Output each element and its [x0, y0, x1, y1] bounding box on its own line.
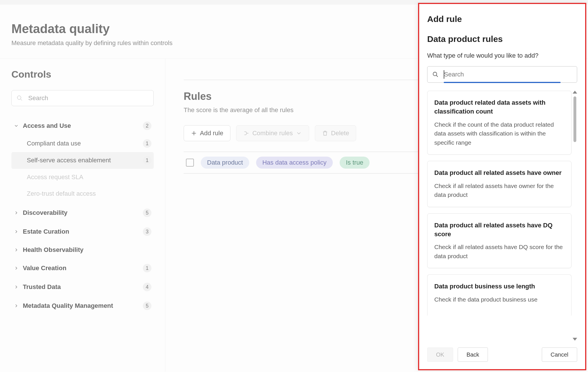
- search-icon: [17, 95, 23, 101]
- rule-option-title: Data product all related assets have DQ …: [434, 221, 564, 239]
- tree-group-header[interactable]: Metadata Quality Management 5: [11, 298, 154, 314]
- rule-option-card[interactable]: Data product all related assets have own…: [427, 161, 571, 207]
- controls-search-input[interactable]: [11, 90, 154, 106]
- tree-item-label: Self-serve access enablement: [27, 156, 143, 165]
- count-badge: 1: [143, 139, 151, 148]
- svg-point-4: [433, 72, 437, 76]
- count-badge: 4: [143, 283, 151, 291]
- tree-group-health-observability: Health Observability: [11, 242, 154, 258]
- tree-item-label: Zero-trust default access: [27, 189, 151, 198]
- panel-section-title: Data product rules: [427, 34, 577, 44]
- add-rule-button[interactable]: Add rule: [184, 125, 230, 141]
- rule-option-card[interactable]: Data product all related assets have DQ …: [427, 213, 571, 268]
- focus-underline: [444, 82, 561, 83]
- tree-group-label: Metadata Quality Management: [23, 302, 143, 310]
- rule-option-list[interactable]: Data product related data assets with cl…: [427, 91, 577, 341]
- add-rule-panel: Add rule Data product rules What type of…: [418, 3, 586, 370]
- tree-group-value-creation: Value Creation 1: [11, 260, 154, 276]
- svg-line-5: [436, 75, 438, 77]
- pill-result[interactable]: Is true: [340, 157, 370, 169]
- tree-item-access-request-sla[interactable]: Access request SLA: [11, 169, 154, 186]
- count-badge: 2: [143, 122, 151, 130]
- tree-group-metadata-quality-mgmt: Metadata Quality Management 5: [11, 298, 154, 314]
- combine-rules-button[interactable]: Combine rules: [236, 125, 309, 141]
- count-badge: 5: [143, 302, 151, 310]
- controls-search[interactable]: [11, 90, 154, 106]
- trash-icon: [322, 130, 328, 136]
- delete-button[interactable]: Delete: [315, 125, 356, 141]
- tree-item-zero-trust[interactable]: Zero-trust default access: [11, 185, 154, 202]
- controls-tree: Access and Use 2 Compliant data use 1 Se…: [11, 118, 154, 314]
- rule-option-desc: Check if all related assets have DQ scor…: [434, 242, 564, 260]
- pill-condition[interactable]: Has data access policy: [256, 157, 333, 169]
- cancel-button[interactable]: Cancel: [542, 347, 577, 362]
- rule-option-desc: Check if the count of the data product r…: [434, 120, 564, 147]
- rule-option-title: Data product related data assets with cl…: [434, 98, 564, 116]
- button-label: Combine rules: [252, 130, 293, 137]
- rule-option-title: Data product business use length: [434, 282, 564, 291]
- back-button[interactable]: Back: [458, 347, 488, 362]
- tree-group-header[interactable]: Access and Use 2: [11, 118, 154, 134]
- panel-list-wrap: Data product related data assets with cl…: [427, 91, 577, 341]
- controls-sidebar: Controls Access and Use 2 Compliant data…: [0, 58, 165, 372]
- svg-point-0: [17, 96, 21, 100]
- tree-group-trusted-data: Trusted Data 4: [11, 279, 154, 295]
- tree-item-label: Access request SLA: [27, 173, 151, 182]
- panel-footer: OK Back Cancel: [419, 341, 585, 369]
- chevron-right-icon: [14, 303, 19, 308]
- chevron-right-icon: [14, 210, 19, 215]
- pill-subject[interactable]: Data product: [201, 157, 249, 169]
- tree-group-discoverability: Discoverability 5: [11, 205, 154, 221]
- tree-group-estate-curation: Estate Curation 3: [11, 223, 154, 240]
- rule-option-desc: Check if all related assets have owner f…: [434, 181, 564, 199]
- panel-search[interactable]: [427, 66, 577, 83]
- tree-group-header[interactable]: Health Observability: [11, 242, 154, 258]
- rule-option-card[interactable]: Data product business use length Check i…: [427, 274, 571, 315]
- tree-item-label: Compliant data use: [27, 139, 143, 148]
- tree-group-label: Estate Curation: [23, 228, 143, 235]
- count-badge: 1: [143, 156, 151, 165]
- chevron-right-icon: [14, 247, 19, 252]
- button-label: Add rule: [200, 130, 223, 137]
- tree-item-self-serve-access[interactable]: Self-serve access enablement 1: [11, 152, 154, 169]
- chevron-down-icon: [14, 123, 19, 128]
- plus-icon: [191, 130, 197, 136]
- tree-group-label: Discoverability: [23, 209, 143, 217]
- count-badge: 5: [143, 209, 151, 217]
- merge-icon: [243, 130, 250, 136]
- tree-group-label: Health Observability: [23, 246, 151, 254]
- tree-group-header[interactable]: Discoverability 5: [11, 205, 154, 221]
- tree-group-header[interactable]: Value Creation 1: [11, 260, 154, 276]
- panel-question: What type of rule would you like to add?: [427, 52, 577, 59]
- ok-button[interactable]: OK: [427, 347, 453, 362]
- tree-group-access-and-use: Access and Use 2 Compliant data use 1 Se…: [11, 118, 154, 202]
- text-cursor: [444, 70, 444, 79]
- tree-group-header[interactable]: Estate Curation 3: [11, 223, 154, 240]
- search-icon: [432, 71, 439, 78]
- controls-heading: Controls: [11, 69, 154, 80]
- count-badge: 1: [143, 264, 151, 272]
- chevron-down-icon: [296, 130, 302, 136]
- rule-checkbox[interactable]: [186, 159, 194, 167]
- scroll-down-icon[interactable]: [573, 338, 577, 341]
- tree-item-compliant-data-use[interactable]: Compliant data use 1: [11, 135, 154, 152]
- scrollbar-thumb[interactable]: [573, 96, 576, 142]
- svg-line-1: [21, 99, 22, 100]
- rule-option-card[interactable]: Data product related data assets with cl…: [427, 91, 571, 155]
- chevron-right-icon: [14, 266, 19, 271]
- panel-title: Add rule: [427, 14, 577, 24]
- button-label: Delete: [331, 130, 349, 137]
- rule-option-title: Data product all related assets have own…: [434, 169, 564, 177]
- tree-group-header[interactable]: Trusted Data 4: [11, 279, 154, 295]
- chevron-right-icon: [14, 229, 19, 234]
- chevron-right-icon: [14, 284, 19, 290]
- tree-group-label: Value Creation: [23, 264, 143, 272]
- scroll-up-icon[interactable]: [573, 91, 577, 94]
- tree-group-label: Access and Use: [23, 122, 143, 130]
- count-badge: 3: [143, 227, 151, 236]
- panel-search-input[interactable]: [427, 66, 577, 83]
- tree-group-label: Trusted Data: [23, 283, 143, 291]
- rule-option-desc: Check if the data product business use: [434, 295, 564, 304]
